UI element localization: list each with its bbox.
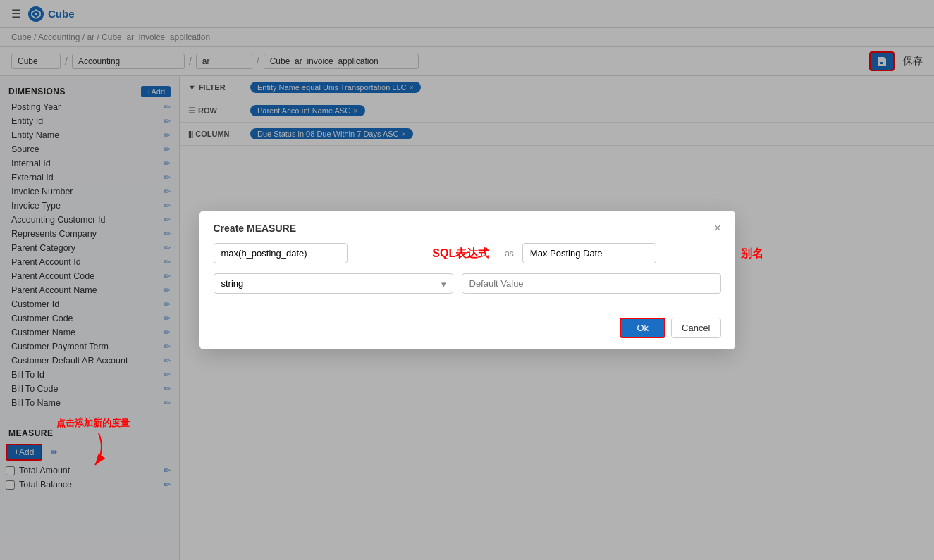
as-label: as bbox=[505, 249, 514, 259]
alias-annotation: 别名 bbox=[741, 246, 763, 261]
dialog-header: Create MEASURE × bbox=[199, 211, 735, 243]
dialog-close-button[interactable]: × bbox=[714, 222, 720, 235]
sql-annotation: SQL表达式 bbox=[432, 246, 489, 261]
default-value-input[interactable] bbox=[462, 273, 721, 294]
dialog-expression-row: SQL表达式 as 别名 bbox=[214, 243, 721, 263]
sql-expression-input[interactable] bbox=[214, 243, 348, 263]
alias-input[interactable] bbox=[522, 243, 656, 263]
dialog-footer: Ok Cancel bbox=[199, 318, 735, 349]
create-measure-dialog: Create MEASURE × SQL表达式 as 别名 bbox=[199, 211, 735, 349]
dialog-title: Create MEASURE bbox=[214, 223, 296, 234]
dialog-type-row: string number boolean time bbox=[214, 273, 721, 294]
dialog-body: SQL表达式 as 别名 string number boolean time bbox=[199, 243, 735, 318]
modal-overlay: Create MEASURE × SQL表达式 as 别名 bbox=[0, 0, 934, 560]
sql-input-wrapper: SQL表达式 bbox=[214, 243, 412, 263]
type-select[interactable]: string number boolean time bbox=[214, 273, 453, 294]
alias-input-wrapper: 别名 bbox=[522, 243, 721, 263]
cancel-button[interactable]: Cancel bbox=[671, 318, 720, 338]
type-select-wrapper: string number boolean time bbox=[214, 273, 453, 294]
ok-button[interactable]: Ok bbox=[620, 318, 665, 338]
